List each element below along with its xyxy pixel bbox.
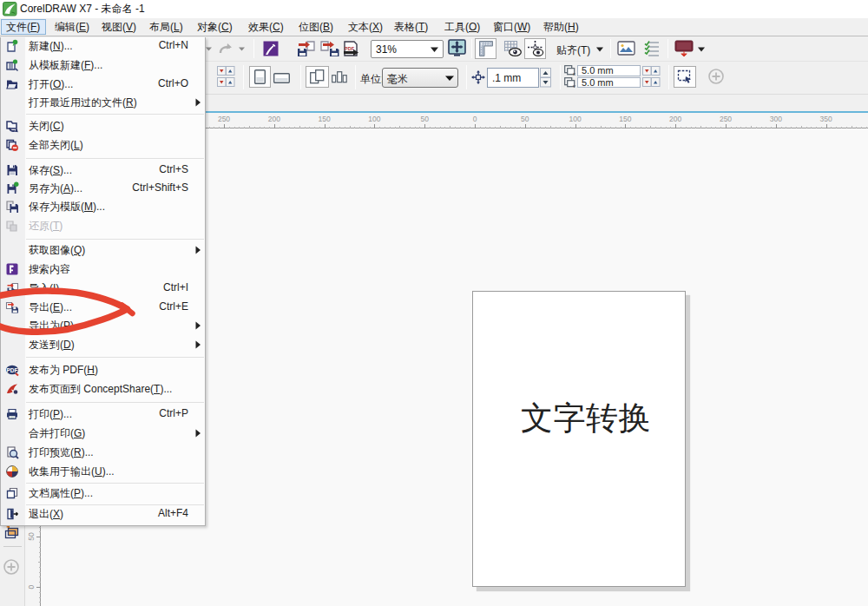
svg-text:y: y (573, 83, 575, 88)
svg-text:PDF: PDF (7, 367, 18, 373)
svg-text:x: x (573, 71, 575, 76)
svg-text:PDF: PDF (345, 46, 355, 51)
